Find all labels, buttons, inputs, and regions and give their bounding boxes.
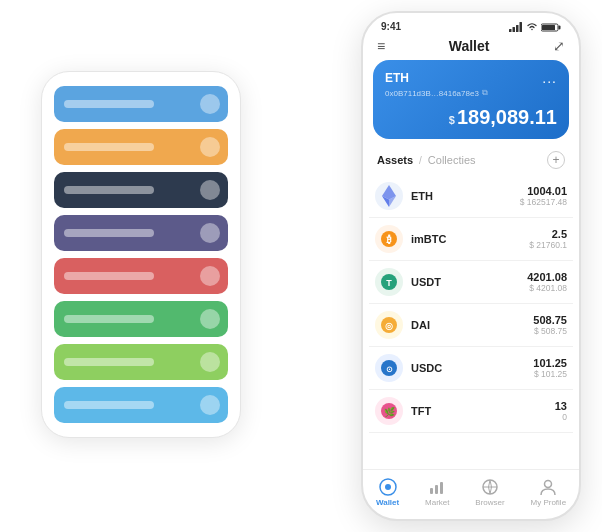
list-item: [54, 215, 228, 251]
bottom-nav-wallet[interactable]: Wallet: [376, 478, 399, 507]
assets-tabs: Assets / Collecties: [377, 154, 476, 166]
svg-point-21: [385, 484, 391, 490]
svg-rect-5: [559, 25, 561, 29]
bottom-nav-browser[interactable]: Browser: [475, 478, 504, 507]
card-label-bar: [64, 143, 154, 151]
svg-rect-22: [430, 488, 433, 494]
wallet-balance: $189,089.11: [385, 106, 557, 129]
list-item: [54, 301, 228, 337]
market-nav-icon: [428, 478, 446, 496]
page-title: Wallet: [449, 38, 490, 54]
tab-collecties[interactable]: Collecties: [428, 154, 476, 166]
asset-amount: 508.75: [533, 314, 567, 326]
copy-icon[interactable]: ⧉: [482, 88, 488, 98]
table-row[interactable]: ETH 1004.01 $ 162517.48: [369, 175, 573, 218]
asset-amounts: 101.25 $ 101.25: [533, 357, 567, 379]
table-row[interactable]: ⊙ USDC 101.25 $ 101.25: [369, 347, 573, 390]
tab-assets[interactable]: Assets: [377, 154, 413, 166]
status-time: 9:41: [381, 21, 401, 32]
card-label-bar: [64, 358, 154, 366]
list-item: [54, 387, 228, 423]
asset-list: ETH 1004.01 $ 162517.48 ₿ imBTC 2.5 $ 21…: [363, 175, 579, 469]
bottom-nav-profile[interactable]: My Profile: [531, 478, 567, 507]
nav-bar: ≡ Wallet ⤢: [363, 36, 579, 60]
card-label-bar: [64, 186, 154, 194]
profile-nav-icon: [539, 478, 557, 496]
usdc-icon: ⊙: [375, 354, 403, 382]
battery-icon: [541, 22, 561, 32]
add-asset-button[interactable]: +: [547, 151, 565, 169]
scene: 9:41: [11, 11, 591, 521]
card-icon-3: [200, 180, 220, 200]
tft-icon: 🌿: [375, 397, 403, 425]
svg-point-27: [545, 481, 552, 488]
asset-amount: 4201.08: [527, 271, 567, 283]
svg-rect-3: [520, 22, 523, 32]
profile-nav-label: My Profile: [531, 498, 567, 507]
svg-rect-6: [542, 25, 555, 30]
list-item: [54, 344, 228, 380]
card-icon-4: [200, 223, 220, 243]
asset-amounts: 1004.01 $ 162517.48: [520, 185, 567, 207]
wallet-nav-icon: [379, 478, 397, 496]
asset-usd: $ 101.25: [533, 369, 567, 379]
market-nav-label: Market: [425, 498, 449, 507]
wallet-currency-label: ETH: [385, 71, 409, 85]
wallet-card-header: ETH ...: [385, 70, 557, 86]
card-label-bar: [64, 315, 154, 323]
expand-icon[interactable]: ⤢: [553, 38, 565, 54]
asset-name: DAI: [411, 319, 533, 331]
balance-prefix: $: [449, 114, 455, 126]
wallet-nav-label: Wallet: [376, 498, 399, 507]
card-icon-7: [200, 352, 220, 372]
list-item: [54, 129, 228, 165]
table-row[interactable]: 🌿 TFT 13 0: [369, 390, 573, 433]
bottom-nav: Wallet Market Browser: [363, 469, 579, 519]
svg-rect-2: [516, 25, 519, 32]
svg-text:T: T: [386, 278, 392, 288]
usdt-icon: T: [375, 268, 403, 296]
asset-usd: 0: [555, 412, 567, 422]
menu-icon[interactable]: ≡: [377, 38, 385, 54]
card-label-bar: [64, 100, 154, 108]
card-stack: [41, 71, 241, 438]
asset-name: imBTC: [411, 233, 529, 245]
card-icon-5: [200, 266, 220, 286]
card-label-bar: [64, 272, 154, 280]
asset-amounts: 13 0: [555, 400, 567, 422]
asset-amount: 1004.01: [520, 185, 567, 197]
phone-frame: 9:41: [361, 11, 581, 521]
wifi-icon: [526, 22, 538, 31]
imbtc-icon: ₿: [375, 225, 403, 253]
asset-amounts: 4201.08 $ 4201.08: [527, 271, 567, 293]
svg-rect-23: [435, 485, 438, 494]
bottom-nav-market[interactable]: Market: [425, 478, 449, 507]
dai-icon: ◎: [375, 311, 403, 339]
table-row[interactable]: ₿ imBTC 2.5 $ 21760.1: [369, 218, 573, 261]
wallet-address: 0x0B711d3B…8416a78e3 ⧉: [385, 88, 557, 98]
asset-usd: $ 21760.1: [529, 240, 567, 250]
wallet-more-button[interactable]: ...: [542, 70, 557, 86]
status-icons: [509, 22, 561, 32]
asset-usd: $ 4201.08: [527, 283, 567, 293]
eth-icon: [375, 182, 403, 210]
svg-text:🌿: 🌿: [384, 406, 396, 418]
asset-name: TFT: [411, 405, 555, 417]
asset-amounts: 2.5 $ 21760.1: [529, 228, 567, 250]
svg-rect-1: [513, 27, 516, 32]
asset-name: USDT: [411, 276, 527, 288]
table-row[interactable]: T USDT 4201.08 $ 4201.08: [369, 261, 573, 304]
table-row[interactable]: ◎ DAI 508.75 $ 508.75: [369, 304, 573, 347]
list-item: [54, 86, 228, 122]
wallet-card: ETH ... 0x0B711d3B…8416a78e3 ⧉ $189,089.…: [373, 60, 569, 139]
card-icon-8: [200, 395, 220, 415]
signal-icon: [509, 22, 523, 32]
asset-usd: $ 162517.48: [520, 197, 567, 207]
tab-divider: /: [419, 155, 422, 166]
asset-amount: 101.25: [533, 357, 567, 369]
asset-amount: 2.5: [529, 228, 567, 240]
card-icon-1: [200, 94, 220, 114]
svg-rect-0: [509, 29, 512, 32]
asset-usd: $ 508.75: [533, 326, 567, 336]
svg-rect-24: [440, 482, 443, 494]
